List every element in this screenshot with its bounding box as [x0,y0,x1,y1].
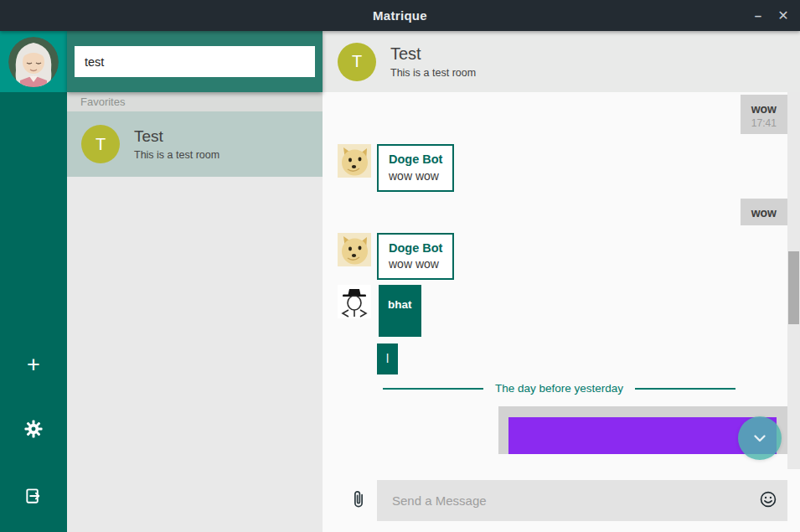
message-list[interactable]: wow 17:41 [323,92,800,469]
message-input[interactable] [377,480,787,521]
message-timestamp: 17:41 [751,117,777,129]
doge-bot-avatar[interactable] [338,233,371,266]
peer-message-bubble[interactable]: bhat [379,285,421,337]
chat-room-title: Test [390,44,476,64]
favorites-label: Favorites [80,96,125,108]
left-rail: + [0,31,67,532]
message-text: wow [751,101,777,116]
user-avatar[interactable] [8,37,59,87]
image-attachment[interactable] [508,417,777,454]
logout-button[interactable] [24,487,44,509]
message-input-box [377,480,787,521]
message-sender: bhat [388,297,412,312]
doge-avatar-image [338,233,371,266]
room-topic: This is a test room [134,149,219,161]
chat-room-avatar-initial: T [352,52,362,71]
message-row: wow [323,199,787,225]
date-divider: The day before yesterday [383,382,735,395]
close-button[interactable]: ✕ [772,0,795,31]
own-message-bubble[interactable]: wow [741,199,787,225]
favorites-section-header: Favorites [67,92,323,111]
scrollbar-track[interactable] [787,92,800,469]
room-list-empty-area [67,177,323,532]
gear-icon [24,420,44,439]
add-room-button[interactable]: + [27,354,40,376]
bhat-avatar[interactable] [338,285,371,318]
message-row [323,406,787,454]
app-window: Matrique – ✕ [0,0,800,532]
room-avatar: T [81,125,120,163]
chat-room-avatar: T [338,43,376,81]
message-sender: Doge Bot [389,152,442,168]
divider-label: The day before yesterday [495,382,623,395]
doge-bot-avatar[interactable] [338,144,371,178]
message-text: wow [751,205,777,220]
title-bar: Matrique – ✕ [0,0,800,31]
logout-icon [24,487,44,506]
emoji-button[interactable] [759,490,777,512]
divider-line [635,388,735,390]
search-input[interactable] [75,46,315,77]
message-row: bhat [323,285,787,337]
window-title: Matrique [373,8,427,23]
minimize-button[interactable]: – [746,0,770,31]
room-name: Test [134,127,219,146]
paperclip-icon [349,488,368,510]
settings-button[interactable] [24,420,44,442]
user-avatar-image [8,37,59,87]
message-row: Doge Bot wow wow [323,144,787,191]
room-avatar-initial: T [95,135,106,154]
own-message-bubble[interactable]: wow 17:41 [741,95,787,134]
message-text: l [386,352,389,365]
bot-message-bubble[interactable]: Doge Bot wow wow [377,233,454,280]
message-text [388,312,408,330]
scrollbar-thumb[interactable] [788,251,799,324]
message-text: wow wow [389,168,442,184]
message-sender: Doge Bot [389,240,442,257]
chat-room-subtitle: This is a test room [390,67,476,79]
chevron-down-icon [748,426,772,450]
smiley-icon [759,490,777,509]
chat-header: T Test This is a test room [323,31,800,92]
bhat-avatar-image [338,285,371,318]
doge-avatar-image [338,144,371,178]
attach-file-button[interactable] [349,488,368,514]
user-avatar-box[interactable] [0,31,67,92]
peer-message-bubble[interactable]: l [377,343,398,375]
bot-message-bubble[interactable]: Doge Bot wow wow [377,144,454,191]
room-search-header [67,31,323,92]
message-row: Doge Bot wow wow [323,233,787,280]
room-list-panel: Favorites T Test This is a test room [67,31,323,532]
message-text: wow wow [389,256,442,272]
message-row: l [323,343,787,375]
message-row: wow 17:41 [323,95,787,134]
scroll-to-bottom-button[interactable] [738,416,782,460]
composer-bar [323,469,800,532]
divider-line [383,388,483,390]
room-list-item-test[interactable]: T Test This is a test room [67,111,323,177]
chat-panel: T Test This is a test room wow 17:41 [323,31,800,532]
